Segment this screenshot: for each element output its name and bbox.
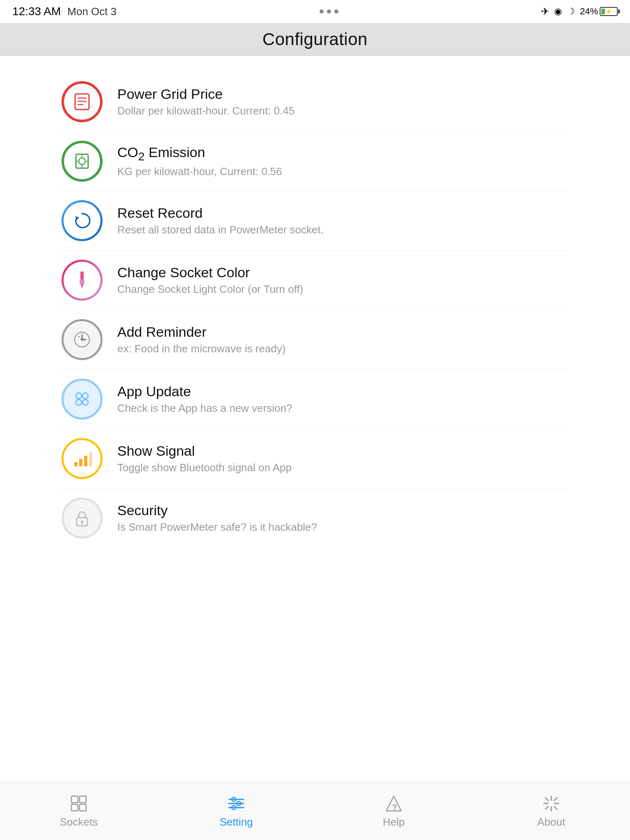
dot1 xyxy=(320,9,324,14)
svg-point-18 xyxy=(76,393,82,399)
about-tab-icon xyxy=(542,794,560,813)
menu-item-change-socket-color[interactable]: Change Socket Color Change Socket Light … xyxy=(62,251,568,310)
setting-tab-label: Setting xyxy=(220,816,253,829)
power-grid-title: Power Grid Price xyxy=(117,86,568,102)
security-icon-wrapper xyxy=(62,498,103,539)
menu-item-security[interactable]: Security Is Smart PowerMeter safe? is it… xyxy=(62,488,568,548)
reset-icon xyxy=(71,210,93,232)
socket-color-icon xyxy=(71,269,93,291)
svg-rect-12 xyxy=(80,280,84,284)
status-icons: ✈ ◉ ☽ 24% ⚡ xyxy=(541,6,618,17)
tab-bar: Sockets Setting ? Help xyxy=(0,783,630,840)
menu-item-app-update[interactable]: App Update Check is the App has a new ve… xyxy=(62,370,568,429)
svg-text:?: ? xyxy=(392,803,397,812)
co2-icon-wrapper xyxy=(62,141,103,182)
show-signal-subtitle: Toggle show Bluetooth signal on App xyxy=(117,461,568,474)
svg-rect-24 xyxy=(84,456,87,466)
reset-icon-wrapper xyxy=(62,200,103,241)
co2-title: CO2 Emission xyxy=(117,144,568,163)
reset-text: Reset Record Reset all stored data in Po… xyxy=(117,205,568,236)
menu-item-show-signal[interactable]: Show Signal Toggle show Bluetooth signal… xyxy=(62,429,568,488)
main-content: Power Grid Price Dollar per kilowatt-hou… xyxy=(0,56,630,548)
co2-icon xyxy=(71,150,93,172)
reminder-title: Add Reminder xyxy=(117,324,568,340)
tab-about[interactable]: About xyxy=(510,794,592,829)
svg-line-48 xyxy=(546,806,548,809)
svg-line-47 xyxy=(554,798,557,801)
app-update-icon xyxy=(71,388,93,410)
menu-item-co2-emission[interactable]: CO2 Emission KG per kilowatt-hour, Curre… xyxy=(62,132,568,191)
svg-point-21 xyxy=(82,399,88,405)
security-text: Security Is Smart PowerMeter safe? is it… xyxy=(117,502,568,534)
co2-subtitle: KG per kilowatt-hour, Current: 0.56 xyxy=(117,165,568,178)
show-signal-icon-wrapper xyxy=(62,438,103,479)
svg-rect-11 xyxy=(80,272,84,280)
moon-icon: ☽ xyxy=(567,6,575,17)
svg-rect-22 xyxy=(74,462,78,466)
power-grid-text: Power Grid Price Dollar per kilowatt-hou… xyxy=(117,86,568,117)
tab-setting[interactable]: Setting xyxy=(195,794,277,829)
svg-point-19 xyxy=(82,393,88,399)
svg-point-20 xyxy=(76,399,82,405)
menu-item-power-grid-price[interactable]: Power Grid Price Dollar per kilowatt-hou… xyxy=(62,72,568,132)
app-update-text: App Update Check is the App has a new ve… xyxy=(117,383,568,415)
circle-icon: ◉ xyxy=(554,6,562,17)
battery-percent: 24% xyxy=(580,6,598,17)
svg-point-27 xyxy=(81,520,83,523)
nav-header: Configuration xyxy=(0,23,630,56)
app-update-title: App Update xyxy=(117,383,568,399)
co2-text: CO2 Emission KG per kilowatt-hour, Curre… xyxy=(117,144,568,178)
app-update-icon-wrapper xyxy=(62,379,103,420)
socket-color-icon-wrapper xyxy=(62,260,103,301)
help-tab-label: Help xyxy=(383,816,404,829)
menu-item-add-reminder[interactable]: + Add Reminder ex: Food in the microwave… xyxy=(62,310,568,370)
tab-sockets[interactable]: Sockets xyxy=(38,794,120,829)
security-icon xyxy=(71,507,93,529)
menu-item-reset-record[interactable]: Reset Record Reset all stored data in Po… xyxy=(62,191,568,251)
reminder-subtitle: ex: Food in the microwave is ready) xyxy=(117,342,568,355)
reset-subtitle: Reset all stored data in PowerMeter sock… xyxy=(117,224,568,236)
socket-color-subtitle: Change Socket Light Color (or Turn off) xyxy=(117,283,568,296)
svg-rect-31 xyxy=(71,804,78,811)
svg-rect-25 xyxy=(89,452,92,466)
reminder-text: Add Reminder ex: Food in the microwave i… xyxy=(117,324,568,355)
reset-title: Reset Record xyxy=(117,205,568,221)
status-dots xyxy=(320,9,338,14)
svg-point-5 xyxy=(79,158,85,164)
help-tab-icon: ? xyxy=(385,794,403,813)
security-subtitle: Is Smart PowerMeter safe? is it hackable… xyxy=(117,521,568,534)
power-grid-icon xyxy=(71,91,93,113)
svg-text:+: + xyxy=(80,335,84,343)
airplane-icon: ✈ xyxy=(541,6,549,17)
reminder-icon: + xyxy=(71,329,93,351)
socket-color-text: Change Socket Color Change Socket Light … xyxy=(117,265,568,296)
svg-line-45 xyxy=(546,798,548,801)
battery-icon: ⚡ xyxy=(600,7,618,16)
dot2 xyxy=(327,9,331,14)
svg-rect-30 xyxy=(80,796,86,803)
sockets-tab-icon xyxy=(70,794,88,813)
security-title: Security xyxy=(117,502,568,518)
reminder-icon-wrapper: + xyxy=(62,319,103,360)
setting-tab-icon xyxy=(227,794,245,813)
power-grid-subtitle: Dollar per kilowatt-hour. Current: 0.45 xyxy=(117,105,568,117)
status-bar: 12:33 AM Mon Oct 3 ✈ ◉ ☽ 24% ⚡ xyxy=(0,0,630,23)
tab-help[interactable]: ? Help xyxy=(353,794,435,829)
battery-bolt-icon: ⚡ xyxy=(605,8,612,15)
power-grid-icon-wrapper xyxy=(62,81,103,122)
svg-rect-29 xyxy=(71,796,78,803)
status-date: Mon Oct 3 xyxy=(67,5,116,18)
sockets-tab-label: Sockets xyxy=(60,816,98,829)
svg-rect-32 xyxy=(80,804,86,811)
status-time: 12:33 AM xyxy=(12,5,61,18)
socket-color-title: Change Socket Color xyxy=(117,265,568,281)
battery-container: 24% ⚡ xyxy=(580,6,618,17)
battery-fill xyxy=(601,9,605,14)
show-signal-title: Show Signal xyxy=(117,443,568,459)
app-update-subtitle: Check is the App has a new version? xyxy=(117,402,568,415)
svg-line-46 xyxy=(554,806,557,809)
page-title: Configuration xyxy=(262,30,368,49)
svg-rect-23 xyxy=(79,459,82,466)
about-tab-label: About xyxy=(537,816,565,829)
dot3 xyxy=(334,9,338,14)
